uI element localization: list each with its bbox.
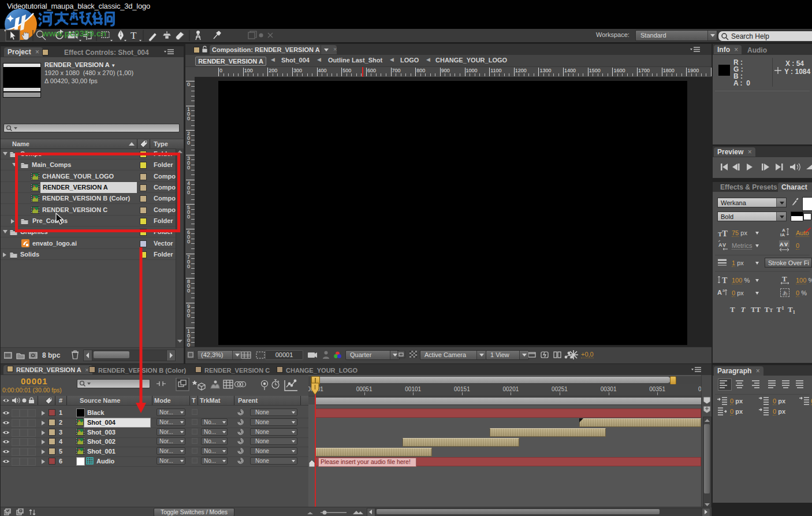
svg-text:あ: あ (783, 290, 788, 296)
svg-text:T: T (722, 229, 728, 237)
svg-text:T: T (722, 276, 728, 284)
svg-text:A: A (780, 242, 784, 247)
svg-text:V: V (722, 242, 726, 248)
svg-text:A: A (717, 289, 722, 296)
svg-text:IA: IA (780, 232, 785, 237)
svg-text:a: a (722, 288, 725, 292)
svg-text:A: A (718, 242, 722, 248)
svg-text:V: V (784, 242, 788, 247)
svg-text:T: T (782, 275, 787, 283)
svg-text:T: T (131, 30, 137, 41)
